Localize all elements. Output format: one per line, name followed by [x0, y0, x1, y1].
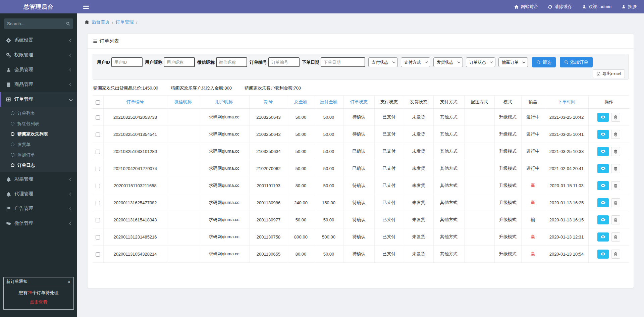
view-order-button[interactable] [597, 164, 609, 173]
breadcrumb-home-link[interactable]: 后台首页 [92, 19, 110, 25]
welcome-admin[interactable]: 欢迎: admin [582, 4, 611, 10]
delete-order-button[interactable] [611, 215, 620, 224]
view-order-button[interactable] [597, 250, 609, 259]
cell-time: 2020-01-13 12:31 [545, 228, 588, 246]
view-order-button[interactable] [597, 215, 609, 224]
breadcrumb-section-link[interactable]: 订单管理 [116, 19, 134, 25]
cell-wechat-nick [167, 211, 199, 228]
filter-button[interactable]: 筛选 [532, 57, 556, 67]
cell-delivery [464, 126, 494, 143]
view-order-button[interactable] [597, 113, 609, 122]
submenu-item[interactable]: 订单日志 [0, 160, 77, 170]
cell-issue: 2103250643 [249, 109, 288, 126]
circle-icon [11, 111, 14, 115]
view-order-button[interactable] [597, 147, 609, 156]
cell-pay-status: 已支付 [374, 246, 404, 263]
filter-select-pay-status[interactable]: 支付状态 [368, 57, 398, 67]
cell-ship-status: 未发货 [404, 126, 433, 143]
row-checkbox[interactable] [96, 115, 100, 120]
cell-ship-status: 未发货 [404, 109, 433, 126]
export-excel-button[interactable]: 导出excel [593, 69, 625, 78]
cell-order-no: 202103251042053733 [103, 109, 167, 126]
filter-select-order-status[interactable]: 订单状态 [466, 57, 495, 67]
filter-label-order-date: 下单日期 [302, 59, 319, 65]
submenu-item[interactable]: 猜阖家欢乐列表 [0, 129, 77, 139]
submenu-item[interactable]: 订单列表 [0, 108, 77, 118]
view-order-button[interactable] [597, 198, 609, 207]
row-checkbox[interactable] [96, 252, 100, 257]
cell-user-nick: 求码网qiuma.cc [199, 177, 249, 194]
cell-pay-status: 已支付 [374, 177, 404, 194]
filter-select-pay-method[interactable]: 支付方式 [401, 57, 430, 67]
header-checkbox-cell [93, 96, 103, 109]
cell-payable: 50.00 [314, 109, 343, 126]
select-all-checkbox[interactable] [96, 100, 100, 105]
row-checkbox[interactable] [96, 167, 100, 171]
filter-input-user-nickname[interactable] [164, 57, 195, 67]
column-header[interactable]: 期号 [249, 96, 288, 109]
view-order-button[interactable] [597, 181, 609, 190]
filter-select-win-lose-order-wrap: 输赢订单 [498, 57, 528, 67]
clear-cache-link[interactable]: 清除缓存 [548, 4, 572, 10]
site-front-link[interactable]: 网站前台 [514, 4, 538, 10]
row-checkbox[interactable] [96, 235, 100, 240]
sidebar-item-order-management[interactable]: 订单管理 [0, 92, 77, 107]
column-header[interactable]: 订单编号 [103, 96, 167, 109]
sidebar-item-ad-management[interactable]: 广告管理 [0, 201, 77, 216]
sidebar-item-system-settings[interactable]: 系统设置 [0, 33, 77, 48]
sidebar-item-permission-management[interactable]: 权限管理 [0, 48, 77, 62]
delete-order-button[interactable] [611, 130, 620, 139]
notification-close-button[interactable]: x [67, 279, 71, 284]
sidebar-item-product-management[interactable]: 商品管理 [0, 77, 77, 92]
cell-total: 50.00 [288, 160, 314, 177]
cell-win-lose: 进行中 [521, 160, 545, 177]
search-icon[interactable] [66, 21, 70, 26]
delete-order-button[interactable] [611, 164, 620, 173]
cell-mode: 升级模式 [494, 211, 521, 228]
submenu-item[interactable]: 添加订单 [0, 150, 77, 160]
cell-wechat-nick [167, 246, 199, 263]
row-checkbox[interactable] [96, 201, 100, 205]
submenu-item[interactable]: 拆红包列表 [0, 118, 77, 129]
cell-actions [588, 160, 629, 177]
add-order-button[interactable]: 添加订单 [560, 57, 593, 67]
filter-input-user-id[interactable] [111, 57, 143, 67]
delete-order-button[interactable] [611, 181, 620, 190]
delete-order-button[interactable] [611, 198, 620, 207]
column-header[interactable]: 下单时间 [545, 96, 588, 109]
sidebar-item-wechat-management[interactable]: 微信管理 [0, 216, 77, 231]
column-header[interactable]: 订单状态 [343, 96, 374, 109]
row-checkbox[interactable] [96, 218, 100, 222]
filter-input-wechat-nickname[interactable] [216, 57, 247, 67]
delete-order-button[interactable] [611, 147, 620, 156]
gear-icon [6, 38, 11, 43]
submenu-item[interactable]: 发货单 [0, 139, 77, 150]
column-header[interactable]: 总金额 [288, 96, 314, 109]
view-order-button[interactable] [597, 232, 609, 242]
filter-select-win-lose-order[interactable]: 输赢订单 [498, 57, 528, 67]
sidebar-item-agent-management[interactable]: 代理管理 [0, 187, 77, 201]
column-header[interactable]: 应付金额 [314, 96, 343, 109]
filter-select-ship-status[interactable]: 发货状态 [433, 57, 463, 67]
view-order-button[interactable] [597, 130, 609, 139]
row-checkbox[interactable] [96, 133, 100, 137]
sidebar-toggle-icon[interactable] [83, 5, 89, 9]
filter-input-order-date[interactable] [321, 57, 365, 67]
sidebar-item-lottery-management[interactable]: 彩票管理 [0, 172, 77, 187]
change-skin-link[interactable]: 换肤 [622, 4, 637, 10]
topbar: 总管理后台 网站前台清除缓存欢迎: admin换肤 [0, 0, 644, 13]
sidebar-item-member-management[interactable]: 会员管理 [0, 62, 77, 77]
column-header[interactable]: 用户昵称 [199, 96, 249, 109]
notification-view-link[interactable]: 点击查看 [5, 299, 72, 305]
notification-message: 您有25个订单待处理 [5, 290, 72, 296]
main-content: 后台首页 / 订单管理 / 订单列表 用户ID用户昵称微信昵称订单编号下单日期支… [77, 0, 644, 317]
filter-input-order-no[interactable] [268, 57, 300, 67]
delete-order-button[interactable] [611, 250, 620, 259]
delete-order-button[interactable] [611, 113, 620, 122]
search-input[interactable] [7, 21, 66, 26]
column-header[interactable]: 微信昵称 [167, 96, 199, 109]
delete-order-button[interactable] [611, 232, 620, 242]
row-checkbox[interactable] [96, 184, 100, 188]
cell-ship-status: 未发货 [404, 177, 433, 194]
row-checkbox[interactable] [96, 150, 100, 154]
